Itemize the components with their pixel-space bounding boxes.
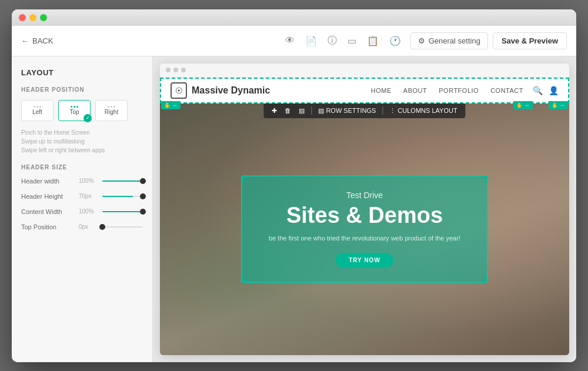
header-position-options: Left Top ✓ Right [21,100,143,121]
position-right-label: Right [105,109,118,115]
hint-line-1: Pinch to the Home Screen [21,128,143,137]
divider-2 [382,106,383,115]
hint-line-2: Swipe up to multitasking [21,137,143,146]
row-toolbar: ✚ 🗑 ▤ ▤ ROW SETTINGS ⋮ CULOMNS L [263,103,465,118]
resize-icon-2: ↔ [524,102,530,108]
position-top-label: Top [69,109,79,115]
columns-label: CULOMNS LAYOUT [397,107,457,114]
columns-layout-button[interactable]: ⋮ CULOMNS LAYOUT [386,106,460,116]
close-button[interactable] [19,14,26,21]
nav-contact[interactable]: CONTACT [490,87,523,94]
content-width-thumb[interactable] [140,209,146,215]
document-icon[interactable]: 📋 [367,35,379,46]
header-width-thumb[interactable] [140,178,146,184]
browser-dot-3 [181,68,186,72]
columns-icon: ⋮ [389,107,396,115]
position-left-label: Left [32,109,42,115]
hero-background: ✚ 🗑 ▤ ▤ ROW SETTINGS ⋮ CULOMNS L [160,103,569,355]
logo-area: ☉ Massive Dynamic [171,82,270,99]
main-area: LAYOUT HEADER POSITION Left Top ✓ [12,56,576,362]
logo-text: Massive Dynamic [192,85,270,96]
move-icon: ✋ [164,102,171,108]
top-position-track[interactable] [102,226,143,228]
selection-bl [242,276,248,282]
tablet-icon[interactable]: ▭ [348,35,356,46]
hero-content-box: Test Drive Sites & Demos be the first on… [241,175,488,283]
active-checkmark: ✓ [83,114,92,122]
selection-tl [242,176,248,182]
header-width-row: Header width 100% [21,178,143,185]
content-width-row: Content Width 100% [21,208,143,215]
position-left[interactable]: Left [21,100,54,121]
browser-dot-1 [166,68,171,72]
hero-cta-button[interactable]: TRY NOW [336,253,393,268]
selection-br [481,276,487,282]
file-icon[interactable]: 📄 [305,35,317,46]
back-arrow-icon: ← [21,36,29,45]
row-settings-button[interactable]: ▤ ROW SETTINGS [315,106,379,116]
gear-icon: ⚙ [418,36,425,45]
sidebar-title: LAYOUT [21,68,143,77]
content-width-label: Content Width [21,208,74,215]
user-icon[interactable]: 👤 [549,86,559,95]
row-settings-label: ROW SETTINGS [326,107,376,114]
back-label: BACK [32,36,53,45]
back-button[interactable]: ← BACK [21,36,53,45]
left-handle[interactable]: ✋ ↔ [161,101,181,109]
save-preview-button[interactable]: Save & Preview [493,32,567,49]
right-handle[interactable]: ✋ ↔ [513,101,533,109]
sidebar: LAYOUT HEADER POSITION Left Top ✓ [12,56,153,362]
position-right[interactable]: Right [95,100,128,121]
browser-titlebar [160,63,569,78]
divider-1 [311,106,312,115]
general-setting-label: General setting [429,36,480,45]
toolbar-icons: 👁 📄 ⓘ ▭ 📋 🕐 [285,35,401,47]
mac-window: ← BACK 👁 📄 ⓘ ▭ 📋 🕐 ⚙ General setting Sav… [12,9,576,362]
general-setting-button[interactable]: ⚙ General setting [410,32,488,49]
browser-window: ☉ Massive Dynamic HOME ABOUT PORTFOLIO C… [160,63,569,355]
header-width-track[interactable] [102,181,143,182]
top-position-thumb[interactable] [99,224,105,230]
search-icon[interactable]: 🔍 [533,86,543,95]
mac-titlebar [12,9,576,26]
header-height-value: 70px [79,193,98,199]
nav-links: HOME ABOUT PORTFOLIO CONTACT [371,87,523,94]
nav-home[interactable]: HOME [371,87,392,94]
website-header[interactable]: ☉ Massive Dynamic HOME ABOUT PORTFOLIO C… [160,78,569,103]
maximize-button[interactable] [40,14,47,21]
top-position-label: Top Position [21,223,74,230]
header-position-label: HEADER POSITION [21,86,143,93]
minimize-button[interactable] [29,14,36,21]
toolbar: ← BACK 👁 📄 ⓘ ▭ 📋 🕐 ⚙ General setting Sav… [12,26,576,56]
browser-dot-2 [173,68,178,72]
clock-icon[interactable]: 🕐 [389,35,401,46]
hero-subtitle: Test Drive [260,190,469,200]
nav-portfolio[interactable]: PORTFOLIO [439,87,479,94]
info-icon[interactable]: ⓘ [328,35,337,47]
move-icon-3: ✋ [552,102,558,108]
top-position-value: 0px [79,223,98,230]
content-width-value: 100% [79,208,98,215]
content-width-track[interactable] [102,211,143,212]
eye-icon[interactable]: 👁 [285,35,295,46]
header-width-label: Header width [21,178,74,185]
row-move-button[interactable]: ✚ [268,106,280,116]
hero-title: Sites & Demos [260,203,469,228]
header-height-row: Header Height 70px [21,193,143,200]
row-delete-button[interactable]: 🗑 [281,106,295,115]
header-height-thumb[interactable] [140,193,146,199]
row-copy-button[interactable]: ▤ [295,106,308,116]
save-preview-label: Save & Preview [502,36,558,45]
resize-icon: ↔ [172,102,178,108]
top-position-row: Top Position 0px [21,223,143,230]
header-height-track[interactable] [102,196,143,197]
position-top[interactable]: Top ✓ [58,100,91,121]
far-right-handle[interactable]: ✋ ↔ [549,101,568,109]
nav-about[interactable]: ABOUT [403,87,427,94]
header-height-label: Header Height [21,193,74,200]
header-size-label: HEADER SIZE [21,164,143,171]
resize-icon-3: ↔ [560,102,565,108]
hint-line-3: Swipe left or right between apps [21,146,143,155]
hint-text: Pinch to the Home Screen Swipe up to mul… [21,128,143,155]
content-area: ☉ Massive Dynamic HOME ABOUT PORTFOLIO C… [153,56,576,362]
